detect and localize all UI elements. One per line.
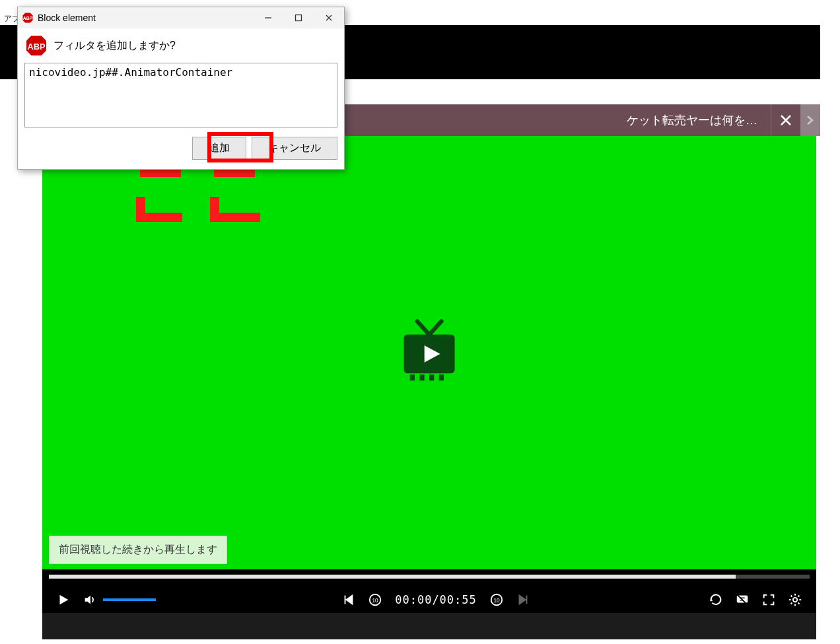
volume-button[interactable] [77, 587, 103, 613]
comment-off-button[interactable] [729, 587, 755, 613]
center-play-button[interactable] [393, 316, 466, 389]
gear-icon [788, 592, 802, 607]
loop-button[interactable] [703, 587, 729, 613]
comment-off-icon [735, 592, 750, 607]
filter-rule-input[interactable] [24, 63, 337, 127]
annotation-mark [136, 213, 182, 222]
time-display: 00:00/00:55 [395, 593, 477, 606]
tv-play-icon [393, 316, 466, 389]
video-player-stage[interactable]: 前回視聴した続きから再生します [42, 136, 816, 569]
close-button[interactable] [314, 7, 344, 28]
fullscreen-button[interactable] [755, 587, 782, 613]
bottom-bar [42, 613, 816, 639]
fullscreen-icon [761, 592, 776, 607]
volume-slider[interactable] [103, 598, 156, 601]
rewind-10-button[interactable]: 10 [362, 587, 388, 613]
ticker-next-button[interactable] [800, 104, 820, 136]
cancel-button[interactable]: キャンセル [252, 137, 337, 160]
skip-forward-icon [516, 592, 530, 607]
close-icon [779, 114, 792, 127]
close-icon [325, 14, 333, 22]
resume-text: 前回視聴した続きから再生します [59, 544, 217, 555]
abp-block-element-dialog: ABP Block element ABP フィルタを追加しますか? 追加 [17, 7, 345, 170]
maximize-icon [295, 14, 302, 22]
svg-rect-4 [439, 375, 444, 380]
play-button[interactable] [50, 587, 77, 613]
dialog-title: Block element [38, 13, 96, 23]
minimize-button[interactable] [253, 7, 283, 28]
svg-rect-1 [410, 375, 415, 380]
volume-icon [83, 592, 97, 607]
svg-rect-3 [429, 375, 434, 380]
svg-text:10: 10 [493, 598, 500, 604]
forward-10-icon: 10 [489, 592, 504, 607]
svg-rect-13 [296, 15, 302, 21]
loop-icon [709, 592, 723, 607]
rewind-10-icon: 10 [368, 592, 382, 607]
add-filter-button[interactable]: 追加 [192, 137, 246, 160]
svg-text:10: 10 [372, 598, 379, 604]
abp-icon: ABP [24, 34, 48, 57]
skip-back-button[interactable] [335, 587, 362, 613]
play-icon [56, 592, 71, 607]
skip-forward-button[interactable] [510, 587, 536, 613]
dialog-prompt: フィルタを追加しますか? [53, 39, 176, 53]
dialog-titlebar[interactable]: ABP Block element [18, 7, 344, 28]
svg-point-10 [793, 598, 797, 602]
resume-playback-toast: 前回視聴した続きから再生します [49, 536, 227, 564]
annotation-mark [210, 213, 260, 222]
svg-text:ABP: ABP [23, 16, 33, 20]
ticker-close-button[interactable] [771, 104, 800, 136]
progress-fill [49, 575, 736, 579]
forward-10-button[interactable]: 10 [483, 587, 510, 613]
svg-text:ABP: ABP [28, 42, 46, 52]
chevron-right-icon [806, 115, 814, 125]
settings-button[interactable] [782, 587, 808, 613]
minimize-icon [264, 14, 272, 22]
svg-rect-2 [419, 375, 424, 380]
skip-back-icon [341, 592, 356, 607]
abp-icon: ABP [22, 12, 34, 24]
ticker-text: ケット転売ヤーは何を… [323, 112, 757, 128]
player-control-bar: 10 00:00/00:55 10 [42, 569, 816, 613]
maximize-button[interactable] [283, 7, 314, 28]
